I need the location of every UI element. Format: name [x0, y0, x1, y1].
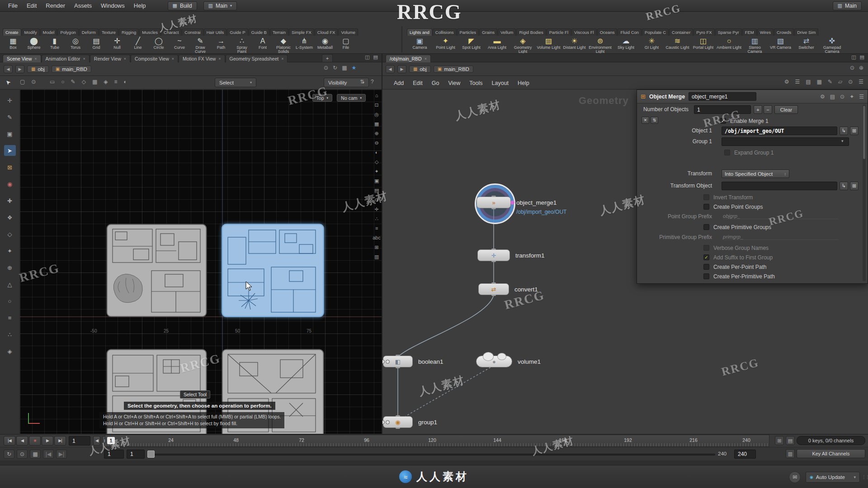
op-jump-icon[interactable]: ↳	[840, 127, 848, 135]
vtb-select-visible[interactable]: ◐	[123, 79, 127, 84]
transport-stop[interactable]: ■	[29, 436, 41, 446]
auto-update-dropdown[interactable]: ◉ Auto Update ▾	[806, 472, 860, 483]
pane-tab[interactable]: Render View×	[90, 55, 130, 62]
path-root-chip[interactable]: ▦obj	[409, 66, 431, 73]
transport-jump-end[interactable]: ▶|	[54, 436, 66, 446]
shelf-tab[interactable]: Texture	[99, 28, 118, 36]
node-boolean1[interactable]: ◧ boolean1	[383, 356, 413, 367]
shelf-tool-environment-light[interactable]: ⊚Environment Light	[587, 36, 613, 53]
shelf-tool-platonic-solids[interactable]: ◆Platonic Solids	[273, 36, 294, 53]
vtb-select-all[interactable]: ▦	[92, 79, 97, 84]
shelf-tab[interactable]: Container	[669, 28, 693, 36]
range-start-field[interactable]: 1	[104, 450, 124, 459]
number-of-objects-field[interactable]: 1	[694, 105, 751, 114]
op-chooser-icon[interactable]: ⊞	[850, 182, 859, 190]
vtb-select-front[interactable]: ◈	[104, 79, 108, 84]
shelf-tab[interactable]: Collisions	[433, 28, 457, 36]
create-per-primitive-path-checkbox[interactable]	[703, 273, 709, 279]
camera-menu-pill[interactable]: No cam▾	[337, 94, 366, 102]
pane-tab[interactable]: Geometry Spreadsheet×	[226, 55, 288, 62]
pane-divider[interactable]	[382, 54, 382, 434]
shelf-tool-null[interactable]: ✛Null	[107, 36, 127, 50]
close-icon[interactable]: ×	[218, 56, 221, 61]
path-node-chip[interactable]: ▣main_RBD	[52, 66, 91, 73]
shelf-tab[interactable]: Oceans	[597, 28, 618, 36]
pane-tab[interactable]: Animation Editor×	[42, 55, 90, 62]
pane-tab[interactable]: Composite View×	[131, 55, 178, 62]
path-root-chip[interactable]: ▦obj	[27, 66, 49, 73]
shelf-tab[interactable]: Grains	[479, 28, 497, 36]
vstrip-view-frame[interactable]: ⊡	[375, 103, 379, 108]
vtb-show-handles[interactable]: ▢	[20, 79, 25, 84]
key-all-channels-button[interactable]: Key All Channels	[797, 449, 865, 458]
net-outline[interactable]: ☰	[795, 79, 800, 84]
range-slider-handle[interactable]	[147, 450, 155, 458]
network-menu-item[interactable]: Edit	[408, 79, 427, 88]
ltool-select[interactable]: ➤	[4, 145, 16, 156]
transport-play-backward[interactable]: ◀	[16, 436, 28, 446]
vstrip-view-persp[interactable]: ◎	[374, 112, 379, 117]
shelf-tab[interactable]: Volume	[338, 28, 358, 36]
shelf-tab[interactable]: Terrain	[270, 28, 288, 36]
object1-field[interactable]: /obj/import_geo/OUT	[722, 127, 837, 135]
network-menu-item[interactable]: Add	[389, 79, 408, 88]
range-current-field[interactable]: 1	[127, 450, 145, 459]
group1-field[interactable]	[722, 137, 849, 146]
shelf-tool-switcher[interactable]: ⇄Switcher	[793, 36, 819, 50]
shelf-tab[interactable]: Viscous Fl	[571, 28, 597, 36]
key-prev-key[interactable]: ◀	[93, 436, 100, 446]
vstrip-view-info[interactable]: ∴	[375, 216, 378, 221]
ltool-handles[interactable]: ▣	[4, 128, 16, 139]
ltool-stash[interactable]: ◉	[4, 178, 16, 189]
frame-ruler[interactable]: 1 24487296120144168192216240	[105, 435, 769, 447]
vstrip-zoom-in[interactable]: ⊕	[375, 131, 379, 136]
shelf-tab[interactable]: Create	[3, 28, 21, 36]
ltool-triangle[interactable]: △	[4, 279, 16, 290]
view-menu-pill[interactable]: Top▾	[312, 94, 332, 102]
node-name-field[interactable]: object_merge1	[689, 92, 756, 101]
forward-icon[interactable]: ▶	[397, 65, 406, 73]
desktop-build-button[interactable]: ▦ Build	[168, 1, 197, 10]
network-menu-item[interactable]: Layout	[487, 79, 514, 88]
shelf-tab[interactable]: Simple FX	[289, 28, 314, 36]
node-object-merge1[interactable]: » object_merge1 /obj/import_geo/OUT	[476, 197, 511, 208]
shelf-tab[interactable]: Modify	[22, 28, 40, 36]
shelf-tab[interactable]: Sparse Pyr	[715, 28, 742, 36]
menu-item[interactable]: Windows	[96, 1, 129, 10]
shelf-tab[interactable]: Guide B	[249, 28, 269, 36]
back-icon[interactable]: ◀	[386, 65, 395, 73]
shelf-tab[interactable]: Deform	[79, 28, 99, 36]
shelf-tool-torus[interactable]: ◎Torus	[65, 36, 86, 50]
pane-tab[interactable]: Motion FX View×	[179, 55, 225, 62]
resize-grip-icon[interactable]: ⋮⋮	[862, 474, 868, 479]
op-chooser-icon[interactable]: ⊞	[850, 127, 859, 135]
pane-pane-layout[interactable]: ▤	[860, 55, 864, 60]
back-icon[interactable]: ◀	[4, 65, 13, 73]
floorplan-sheet-selected[interactable]	[222, 224, 324, 319]
ltool-list[interactable]: ≡	[4, 312, 16, 323]
ltool-circle[interactable]: ○	[4, 296, 16, 306]
path-history[interactable]: ↻	[333, 65, 337, 70]
menu-item[interactable]: Assets	[70, 1, 96, 10]
message-icon[interactable]: ✉	[789, 471, 801, 483]
ltool-star[interactable]: ✦	[4, 245, 16, 256]
node-group1[interactable]: ◉ group1	[383, 416, 413, 428]
parm-search[interactable]: ⊙	[840, 94, 844, 99]
menu-item[interactable]: Render	[41, 1, 70, 10]
remove-instance-button[interactable]: −	[764, 105, 772, 114]
ltool-scatter[interactable]: ∴	[4, 329, 16, 340]
vtb-select-brush[interactable]: ✎	[71, 79, 75, 84]
shelf-tool-curve[interactable]: ~Curve	[169, 36, 190, 50]
net-wrench[interactable]: ⚙	[784, 79, 789, 84]
shelf-tool-volume-light[interactable]: ▨Volume Light	[536, 36, 561, 50]
close-icon[interactable]: ×	[425, 56, 427, 61]
ltool-pivot[interactable]: ⊕	[4, 262, 16, 273]
menu-item[interactable]: Help	[129, 1, 151, 10]
shelf-tab[interactable]: Particle Fl	[547, 28, 571, 36]
shelf-tool-gamepad-camera[interactable]: ✜Gamepad Camera	[819, 36, 845, 53]
shelf-tool-point-light[interactable]: ✦Point Light	[433, 36, 458, 50]
playopt-prev-frame[interactable]: |◀	[43, 450, 54, 459]
chevron-down-icon[interactable]: ▾	[841, 139, 844, 143]
shelf-tool-metaball[interactable]: ◉Metaball	[315, 36, 335, 50]
node-volume1[interactable]: ● volume1	[476, 356, 512, 367]
